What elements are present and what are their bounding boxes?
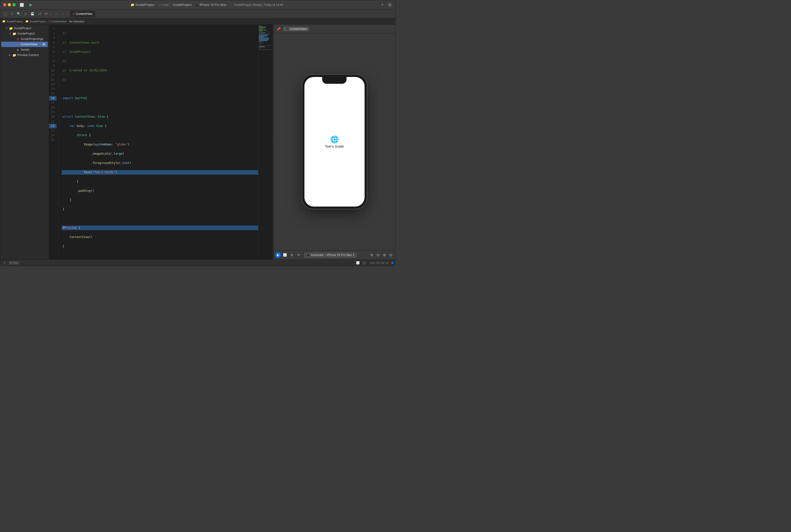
- code-line-16: Text("Tom's Guide"): [62, 170, 258, 175]
- editor-preview-divider[interactable]: ⋮: [272, 25, 273, 260]
- toolbar-divider: [51, 12, 51, 16]
- code-line-11: var body: some View {: [62, 124, 258, 128]
- sidebar-item-app[interactable]: ▶ S XcodeProjectApp: [1, 36, 48, 42]
- zoom-fit-button[interactable]: ⊕: [382, 252, 387, 258]
- preview-content: 🌐 Tom's Guide: [273, 33, 395, 250]
- tag-button[interactable]: 🏷: [43, 11, 49, 17]
- device-name: 📱 iPhone 15 Pro Max: [195, 3, 227, 6]
- breakpoint-button[interactable]: ⬡: [9, 11, 15, 17]
- add-button[interactable]: ＋: [380, 2, 385, 8]
- code-line-6: //: [62, 77, 258, 82]
- iphone-frame: 🌐 Tom's Guide: [302, 75, 367, 209]
- code-line-5: // Created on 16/02/2024.: [62, 68, 258, 73]
- sidebar-item-assets[interactable]: ▶ ■ Assets: [1, 47, 48, 52]
- traffic-lights: [3, 3, 16, 6]
- code-line-19: }: [62, 198, 258, 203]
- code-line-13: Image(systemName: "globe"): [62, 142, 258, 147]
- code-line-9: [62, 105, 258, 110]
- code-line-25: [62, 253, 258, 258]
- sidebar-item-subgroup[interactable]: ▼ 📁 XcodeProject: [1, 31, 48, 36]
- code-line-10: struct ContentView: View {: [62, 114, 258, 119]
- assets-icon: ■: [16, 48, 20, 52]
- zoom-in-button[interactable]: ⊕: [369, 252, 374, 258]
- toggle-right-button[interactable]: ⬛: [362, 260, 367, 265]
- editor-layout-button[interactable]: ⊞: [387, 2, 392, 7]
- preview-chip[interactable]: ⬛ ContentView: [283, 27, 309, 31]
- titlebar-center: 📁 XcodeProject › ⎇ main | XcodeProject ›…: [36, 3, 378, 6]
- filter-icon: ⊞: [9, 261, 12, 264]
- swift-contentview-icon: S: [16, 43, 20, 46]
- code-content[interactable]: // // ContentView.swift // XcodeProject …: [59, 25, 258, 260]
- code-line-24: }: [62, 244, 258, 249]
- warning-button[interactable]: ⚠: [23, 11, 28, 17]
- code-line-8: import SwiftUI: [62, 96, 258, 101]
- preview-settings-button[interactable]: ⚙: [296, 252, 301, 258]
- device-selector[interactable]: 📱 Automatic – iPhone 15 Pro Max ▾: [304, 253, 356, 258]
- code-line-1: //: [62, 31, 258, 36]
- code-editor[interactable]: 1 2 3 4 5 6 7 8 9 10 11 12 13 14 15 16 1: [49, 25, 272, 260]
- code-line-23: ContentView(): [62, 235, 258, 240]
- sidebar-item-root-group[interactable]: ▼ 📁 XcodeProject: [1, 25, 48, 31]
- code-line-3: // XcodeProject: [62, 50, 258, 54]
- bottom-bar: + ⊞ Filter ⬜ ⬛ Line: 22 Col: 11: [0, 260, 395, 266]
- breadcrumb-file[interactable]: ContentView: [51, 20, 66, 23]
- code-line-14: .imageScale(.large): [62, 152, 258, 156]
- code-line-7: [62, 87, 258, 91]
- preview-toolbar: 📌 ⬛ ContentView: [273, 25, 395, 33]
- minimize-button[interactable]: [8, 3, 11, 6]
- nav-back-button[interactable]: ‹: [53, 11, 59, 17]
- run-button[interactable]: ▶: [28, 2, 34, 7]
- filter-area: ⊞ Filter: [8, 261, 20, 265]
- preview-play-button[interactable]: ▶: [275, 252, 281, 258]
- find-button[interactable]: 🔍: [16, 11, 22, 17]
- preview-panel: 📌 ⬛ ContentView 🌐 Tom's Guide: [273, 25, 395, 260]
- maximize-button[interactable]: [13, 3, 16, 6]
- preview-chip-label: ContentView: [290, 27, 307, 31]
- titlebar: ⬜ ▶ 📁 XcodeProject › ⎇ main | XcodeProje…: [0, 0, 395, 10]
- folder-icon: 📁: [9, 26, 13, 30]
- branch-name: ⎇ main: [158, 3, 169, 6]
- code-line-2: // ContentView.swift: [62, 40, 258, 45]
- breadcrumb-bar: 📁 XcodeProject › 📁 XcodeProject › S Cont…: [0, 18, 395, 25]
- modified-badge: M: [42, 43, 46, 46]
- close-button[interactable]: [3, 3, 6, 6]
- zoom-controls: ⊕ ⊖ ⊕ ⊖: [369, 252, 393, 258]
- title-sep2: ›: [193, 3, 194, 6]
- preview-inspect-button[interactable]: ⬜: [282, 252, 288, 258]
- sidebar-toggle-button[interactable]: ⬜: [19, 2, 25, 7]
- minimap-content: [258, 25, 272, 51]
- globe-icon: 🌐: [330, 135, 339, 144]
- iphone-notch: [322, 77, 347, 84]
- sidebar: ▼ 📁 XcodeProject ▼ 📁 XcodeProject ▶ S Xc…: [0, 25, 49, 260]
- code-line-20: }: [62, 207, 258, 212]
- expand-arrow3: ▶: [9, 54, 12, 56]
- breadcrumb-project[interactable]: XcodeProject: [6, 20, 22, 23]
- title-sep3: |: [232, 3, 233, 6]
- iphone-app-content: 🌐 Tom's Guide: [304, 77, 365, 207]
- zoom-out-button[interactable]: ⊖: [388, 252, 393, 258]
- sidebar-item-contentview[interactable]: ▶ S ContentView M: [1, 42, 48, 47]
- minimap: [258, 25, 272, 260]
- pin-button[interactable]: 📌: [275, 26, 281, 32]
- breadcrumb-group[interactable]: XcodeProject: [30, 20, 45, 23]
- nav-forward-button[interactable]: ›: [60, 11, 66, 17]
- preview-bottom-bar: ▶ ⬜ ⊞ ⚙ 📱 Automatic – iPhone 15 Pro Max …: [273, 250, 395, 260]
- sidebar-item-preview-content[interactable]: ▶ 📁 Preview Content: [1, 52, 48, 58]
- toggle-left-button[interactable]: ⬜: [355, 260, 361, 265]
- navigator-toggle-button[interactable]: ⬛: [2, 11, 8, 17]
- zoom-reset-button[interactable]: ⊖: [375, 252, 381, 258]
- build-indicator: [391, 262, 393, 264]
- title-sep1: |: [171, 3, 171, 6]
- folder2-icon: 📁: [13, 32, 16, 36]
- expand-arrow: ▼: [6, 27, 8, 30]
- preview-folder-icon: 📁: [13, 53, 16, 57]
- device-selector-label: Automatic – iPhone 15 Pro Max: [311, 253, 352, 257]
- code-line-12: VStack {: [62, 133, 258, 138]
- add-file-button[interactable]: +: [2, 260, 7, 265]
- tab-contentview[interactable]: S ContentView: [70, 11, 95, 17]
- vcs-button[interactable]: ⎇: [36, 11, 42, 17]
- code-line-15: .foregroundStyle(.tint): [62, 161, 258, 165]
- memory-button[interactable]: 💾: [30, 11, 35, 17]
- preview-grid-button[interactable]: ⊞: [289, 252, 294, 258]
- titlebar-right: ＋ ⊞: [380, 2, 392, 8]
